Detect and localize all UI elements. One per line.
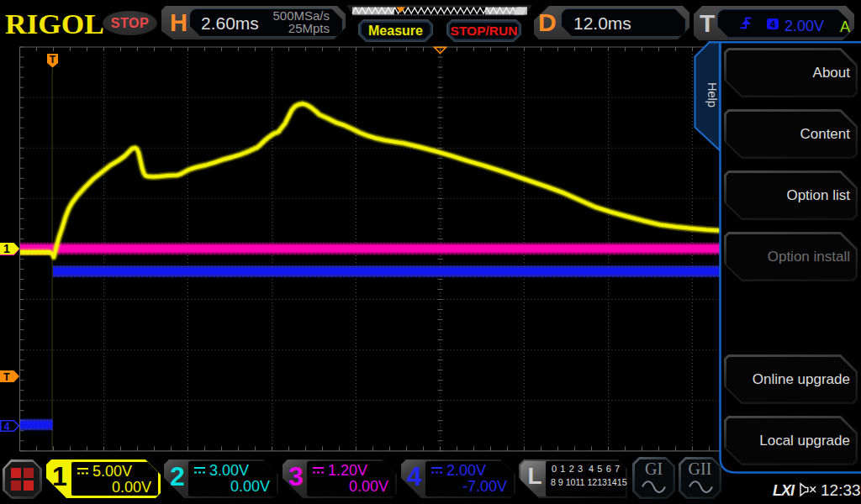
svg-text:T: T [3,371,10,383]
svg-text:4: 4 [4,421,10,433]
svg-text:T: T [50,54,56,66]
svg-text:Help: Help [705,82,719,108]
svg-text:1: 1 [3,242,10,255]
